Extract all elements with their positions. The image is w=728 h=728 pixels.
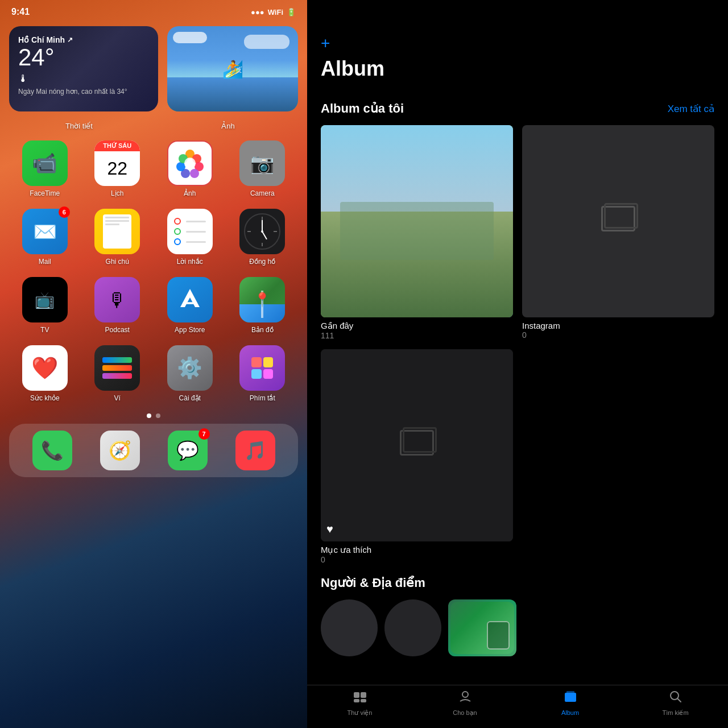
favorites-album-icon (397, 425, 437, 465)
dock-item-safari[interactable]: 🧭 (100, 431, 140, 470)
app-item-wallet[interactable]: Ví (84, 345, 151, 402)
person-circle-2[interactable] (384, 599, 441, 656)
my-albums-section-header: Album của tôi Xem tất cả (307, 101, 728, 125)
app-item-camera[interactable]: 📷 Camera (229, 140, 296, 197)
app-item-health[interactable]: ❤️ Sức khỏe (11, 345, 78, 402)
svg-rect-12 (354, 699, 359, 702)
facetime-icon: 📹 (22, 140, 68, 186)
weather-temperature: 24° (18, 44, 149, 71)
calendar-date: 22 (94, 151, 140, 186)
tab-item-foryou[interactable]: Cho bạn (412, 690, 518, 717)
dock: 📞 🧭 💬 7 🎵 (9, 424, 298, 477)
album-grid: Gần đây 111 Instagram 0 (307, 125, 728, 564)
phone-icon: 📞 (32, 431, 72, 470)
foryou-icon-svg (458, 690, 473, 704)
album-placeholder-icon (598, 201, 638, 241)
tab-item-album[interactable]: Album (518, 690, 623, 717)
tab-item-library[interactable]: Thư viện (307, 690, 412, 717)
dock-item-messages[interactable]: 💬 7 (168, 431, 208, 470)
facetime-label: FaceTime (30, 189, 60, 197)
clock-mark-6 (262, 243, 263, 246)
album-count-instagram: 0 (522, 330, 714, 340)
appstore-icon-svg (176, 286, 204, 314)
mail-badge: 6 (59, 206, 70, 218)
ios-home-screen: 9:41 ●●● WiFi 🔋 Hồ Chí Minh ↗ 24° 🌡 Ngày… (0, 0, 307, 728)
app-item-facetime[interactable]: 📹 FaceTime (11, 140, 78, 197)
svg-rect-16 (566, 691, 574, 693)
svg-rect-13 (361, 699, 366, 702)
app-item-tv[interactable]: 📺 TV (11, 277, 78, 334)
camera-icon: 📷 (239, 140, 285, 186)
search-icon-svg (668, 690, 683, 704)
safari-icon: 🧭 (100, 431, 140, 470)
wallet-label: Ví (114, 394, 121, 402)
app-item-photos[interactable]: Ảnh (156, 140, 224, 197)
widgets-row: Hồ Chí Minh ↗ 24° 🌡 Ngày Mai nóng hơn, c… (0, 22, 307, 118)
place-thumb-1[interactable] (448, 599, 516, 656)
svg-point-7 (184, 158, 196, 169)
tab-item-search[interactable]: Tìm kiếm (623, 690, 728, 717)
album-count-recent: 111 (321, 331, 513, 340)
app-item-calendar[interactable]: THỨ SÁU 22 Lịch (84, 140, 151, 197)
notes-icon: 📓 (94, 209, 140, 254)
tv-label: TV (40, 326, 49, 334)
svg-rect-11 (361, 692, 366, 698)
add-button[interactable]: + (321, 34, 330, 52)
reminder-line-3 (186, 241, 206, 243)
album-item-instagram[interactable]: Instagram 0 (522, 125, 714, 340)
app-item-mail[interactable]: ✉️ 6 Mail (11, 209, 78, 266)
wallet-icon (94, 345, 140, 391)
app-item-maps[interactable]: 📍 Bản đồ (229, 277, 296, 334)
app-item-shortcuts[interactable]: Phím tắt (229, 345, 296, 402)
search-tab-label: Tìm kiếm (662, 709, 688, 717)
app-item-notes[interactable]: 📓 Ghi chú (84, 209, 151, 266)
widget-labels: Thời tiết Ảnh (0, 118, 307, 135)
reminders-icon (167, 209, 213, 254)
messages-badge: 7 (198, 428, 210, 440)
photos-widget[interactable]: 🏄 (167, 26, 298, 111)
album-icon-svg (563, 690, 578, 704)
dock-item-phone[interactable]: 📞 (32, 431, 72, 470)
app-grid: 📹 FaceTime THỨ SÁU 22 Lịch (0, 135, 307, 408)
app-item-reminders[interactable]: Lời nhắc (156, 209, 224, 266)
album-title: Album (321, 57, 714, 81)
weather-widget[interactable]: Hồ Chí Minh ↗ 24° 🌡 Ngày Mai nóng hơn, c… (9, 26, 158, 111)
weather-thermometer-icon: 🌡 (18, 73, 149, 85)
album-tab-label: Album (561, 709, 579, 716)
podcast-label: Podcast (105, 326, 130, 334)
calendar-label: Lịch (111, 189, 123, 197)
battery-icon: 🔋 (287, 8, 296, 16)
album-name-recent: Gần đây (321, 321, 513, 331)
reminder-row-1 (174, 218, 206, 225)
photos-label: Ảnh (184, 189, 196, 197)
album-item-favorites[interactable]: ♥ Mục ưa thích 0 (321, 349, 513, 564)
clock-center (261, 230, 263, 233)
page-dot-1 (147, 413, 151, 418)
album-item-recent[interactable]: Gần đây 111 (321, 125, 513, 340)
album-tab-icon (563, 690, 578, 707)
photos-icon (167, 140, 213, 186)
tv-icon: 📺 (22, 277, 68, 322)
reminders-label: Lời nhắc (177, 258, 203, 266)
mail-label: Mail (39, 258, 51, 266)
mail-icon: ✉️ 6 (22, 209, 68, 254)
people-places-row (321, 599, 714, 656)
app-item-clock[interactable]: Đồng hồ (229, 209, 296, 266)
wifi-icon: WiFi (268, 8, 283, 16)
svg-line-18 (677, 698, 681, 702)
reminder-line-2 (186, 231, 206, 233)
camera-label: Camera (250, 189, 275, 197)
my-albums-title: Album của tôi (321, 101, 404, 116)
location-arrow-icon: ↗ (67, 36, 73, 44)
favorites-placeholder: ♥ (321, 349, 513, 541)
reminder-dot-green (174, 228, 181, 235)
photos-icon-svg (175, 148, 205, 178)
app-item-appstore[interactable]: App Store (156, 277, 224, 334)
app-item-podcast[interactable]: 🎙 Podcast (84, 277, 151, 334)
see-all-button[interactable]: Xem tất cả (668, 103, 714, 115)
calendar-icon: THỨ SÁU 22 (94, 140, 140, 186)
svg-rect-10 (354, 692, 359, 698)
person-circle-1[interactable] (321, 599, 378, 656)
app-item-settings[interactable]: ⚙️ Cài đặt (156, 345, 224, 402)
dock-item-music[interactable]: 🎵 (235, 431, 275, 470)
